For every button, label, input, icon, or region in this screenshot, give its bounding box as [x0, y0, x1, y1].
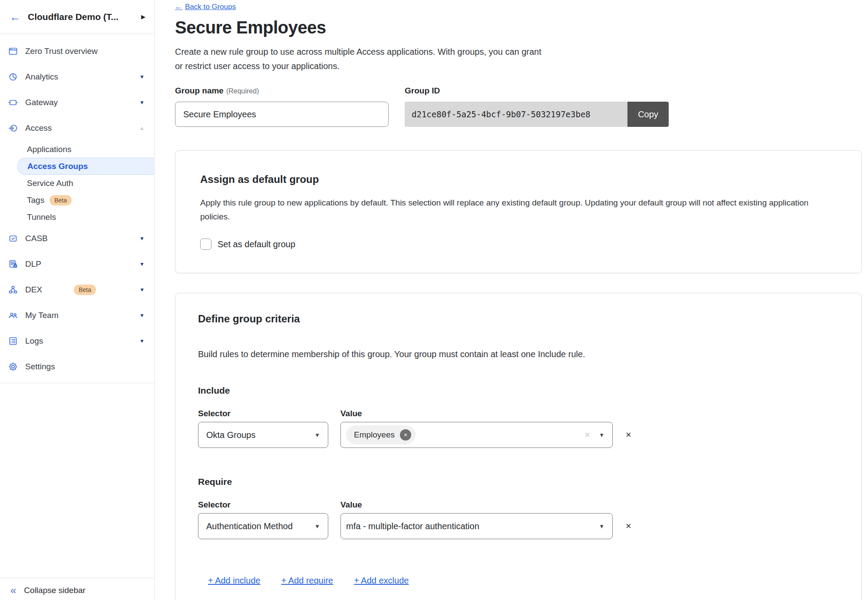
chevron-down-icon[interactable]: ▼	[139, 99, 145, 106]
chevron-down-icon: ▼	[314, 432, 320, 438]
copy-button[interactable]: Copy	[627, 102, 669, 127]
assign-default-group-description: Apply this rule group to new application…	[200, 196, 815, 224]
sidebar-item-label: Settings	[25, 362, 145, 371]
sidebar-item-zero-trust-overview[interactable]: Zero Trust overview	[0, 38, 154, 64]
analytics-pie-icon	[8, 72, 18, 82]
group-name-field-group: Group name(Required)	[175, 86, 389, 127]
gateway-icon	[8, 97, 18, 108]
sidebar-item-label: Tags	[27, 196, 44, 205]
sidebar-divider	[0, 383, 154, 383]
clear-values-icon[interactable]: ×	[584, 429, 590, 441]
set-default-group-checkbox[interactable]	[200, 239, 211, 250]
set-default-group-row[interactable]: Set as default group	[200, 239, 835, 250]
app-window: ← Cloudflare Demo (T... ▶ Zero Trust ove…	[0, 0, 868, 600]
define-group-criteria-description: Build rules to determine membership of t…	[198, 349, 835, 359]
define-group-criteria-card: Define group criteria Build rules to det…	[175, 293, 862, 600]
sidebar-item-label: Analytics	[25, 72, 139, 82]
overview-window-icon	[8, 46, 18, 56]
page-title: Secure Employees	[175, 18, 862, 37]
sidebar-item-logs[interactable]: Logs ▼	[0, 328, 154, 354]
beta-badge: Beta	[74, 285, 96, 295]
page-description-line: or restrict user access to your applicat…	[175, 59, 862, 73]
sidebar-item-settings[interactable]: Settings	[0, 354, 154, 379]
require-value-text: mfa - multiple-factor authentication	[346, 521, 599, 531]
sidebar-item-tags[interactable]: Tags Beta	[0, 192, 154, 209]
sidebar-item-dlp[interactable]: DLP ▼	[0, 251, 154, 277]
chevron-down-icon[interactable]: ▼	[139, 312, 145, 318]
sidebar-item-label: Logs	[25, 336, 139, 346]
collapse-chevrons-icon: «	[10, 584, 16, 597]
include-selector-value: Okta Groups	[206, 430, 255, 440]
define-group-criteria-title: Define group criteria	[198, 313, 835, 325]
require-selector-value: Authentication Method	[206, 521, 293, 531]
collapse-sidebar-label: Collapse sidebar	[24, 586, 86, 595]
page-description: Create a new rule group to use across mu…	[175, 45, 862, 73]
sidebar-item-dex[interactable]: DEX Beta ▼	[0, 277, 154, 302]
sidebar-item-label: Applications	[27, 145, 71, 154]
remove-require-rule-icon[interactable]: ×	[626, 521, 631, 531]
sidebar-item-access-groups[interactable]: Access Groups	[17, 158, 154, 175]
require-value-dropdown[interactable]: mfa - multiple-factor authentication ▼	[340, 513, 613, 539]
require-labels-row: Selector Value	[198, 500, 835, 510]
add-include-link[interactable]: + Add include	[208, 576, 261, 586]
add-rule-links: + Add include + Add require + Add exclud…	[208, 576, 835, 586]
chevron-up-icon[interactable]: ▲	[139, 125, 145, 131]
sidebar-item-label: CASB	[25, 234, 139, 243]
require-selector-dropdown[interactable]: Authentication Method ▼	[198, 513, 328, 539]
collapse-sidebar-button[interactable]: « Collapse sidebar	[0, 578, 154, 600]
require-value-label: Value	[340, 500, 362, 510]
back-arrow-icon[interactable]: ←	[10, 11, 21, 23]
chevron-down-icon[interactable]: ▼	[139, 338, 145, 344]
back-to-groups-link[interactable]: ← Back to Groups	[175, 3, 236, 11]
page-description-line: Create a new rule group to use across mu…	[175, 45, 862, 59]
include-value-label: Value	[340, 409, 362, 418]
chevron-down-icon: ▼	[314, 523, 320, 530]
sidebar-item-access[interactable]: Access ▲	[0, 115, 154, 141]
tag-remove-icon[interactable]: ×	[400, 429, 411, 441]
chevron-down-icon: ▼	[599, 523, 604, 530]
sidebar-item-tunnels[interactable]: Tunnels	[0, 209, 154, 225]
require-rule-row: Authentication Method ▼ mfa - multiple-f…	[198, 513, 835, 539]
group-name-label-row: Group name(Required)	[175, 86, 389, 96]
include-selector-dropdown[interactable]: Okta Groups ▼	[198, 422, 328, 448]
dlp-document-lock-icon	[8, 259, 18, 269]
sidebar: ← Cloudflare Demo (T... ▶ Zero Trust ove…	[0, 0, 155, 600]
access-icon	[8, 123, 18, 133]
sidebar-item-label: DLP	[25, 259, 139, 269]
back-link-label: Back to Groups	[185, 3, 236, 11]
sidebar-item-label: DEX	[25, 285, 69, 295]
beta-badge: Beta	[50, 195, 72, 206]
group-id-box: d21ce80f-5a25-4bcf-9b07-5032197e3be8 Cop…	[405, 102, 669, 127]
remove-include-rule-icon[interactable]: ×	[626, 430, 631, 440]
group-name-input[interactable]	[175, 102, 389, 127]
my-team-people-icon	[8, 310, 18, 321]
chevron-down-icon[interactable]: ▼	[139, 235, 145, 242]
chevron-down-icon[interactable]: ▼	[139, 261, 145, 267]
group-id-value: d21ce80f-5a25-4bcf-9b07-5032197e3be8	[405, 102, 627, 127]
include-value-multiselect[interactable]: Employees × × ▼	[340, 422, 613, 448]
group-name-label: Group name	[175, 86, 224, 95]
assign-default-group-title: Assign as default group	[200, 173, 835, 186]
chevron-down-icon[interactable]: ▼	[139, 74, 145, 80]
sidebar-item-analytics[interactable]: Analytics ▼	[0, 64, 154, 90]
add-exclude-link[interactable]: + Add exclude	[354, 576, 409, 586]
sidebar-account-header[interactable]: ← Cloudflare Demo (T... ▶	[0, 0, 154, 34]
sidebar-item-label: Tunnels	[27, 212, 56, 222]
add-require-link[interactable]: + Add require	[281, 576, 333, 586]
sidebar-item-service-auth[interactable]: Service Auth	[0, 175, 154, 192]
sidebar-item-casb[interactable]: CASB ▼	[0, 225, 154, 251]
sidebar-item-applications[interactable]: Applications	[0, 141, 154, 158]
require-section-title: Require	[198, 477, 835, 487]
chevron-down-icon[interactable]: ▼	[139, 287, 145, 293]
set-default-group-label: Set as default group	[218, 239, 295, 249]
sidebar-item-label: My Team	[25, 311, 139, 320]
required-hint: (Required)	[226, 87, 259, 95]
account-caret-icon[interactable]: ▶	[141, 13, 145, 20]
sidebar-item-label: Gateway	[25, 98, 139, 107]
sidebar-item-gateway[interactable]: Gateway ▼	[0, 90, 154, 115]
sidebar-item-label: Service Auth	[27, 179, 73, 188]
employees-tag: Employees ×	[346, 425, 416, 444]
logs-list-icon	[8, 336, 18, 346]
sidebar-item-my-team[interactable]: My Team ▼	[0, 302, 154, 328]
main-content: ← Back to Groups Secure Employees Create…	[155, 0, 868, 600]
